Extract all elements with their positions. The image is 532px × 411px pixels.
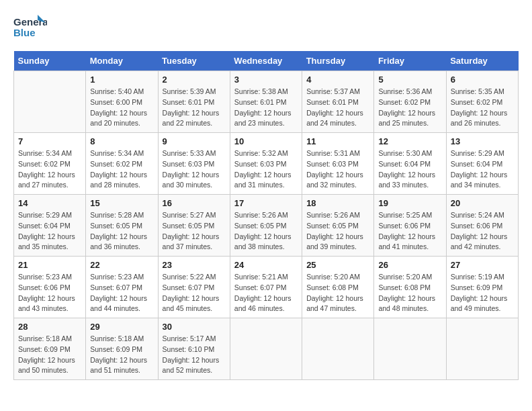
day-info: Sunrise: 5:24 AM Sunset: 6:06 PM Dayligh…: [451, 210, 514, 253]
header-thursday: Thursday: [302, 51, 374, 71]
calendar-table: SundayMondayTuesdayWednesdayThursdayFrid…: [13, 51, 519, 380]
day-info: Sunrise: 5:26 AM Sunset: 6:05 PM Dayligh…: [234, 210, 298, 253]
day-number: 21: [18, 260, 81, 270]
day-number: 20: [451, 198, 514, 208]
day-number: 19: [378, 198, 441, 208]
calendar-cell: 7Sunrise: 5:34 AM Sunset: 6:02 PM Daylig…: [14, 133, 86, 195]
day-info: Sunrise: 5:18 AM Sunset: 6:09 PM Dayligh…: [18, 334, 81, 376]
calendar-cell: 12Sunrise: 5:30 AM Sunset: 6:04 PM Dayli…: [374, 133, 446, 195]
calendar-cell: [230, 318, 302, 380]
calendar-cell: 16Sunrise: 5:27 AM Sunset: 6:05 PM Dayli…: [158, 195, 230, 257]
calendar-cell: 19Sunrise: 5:25 AM Sunset: 6:06 PM Dayli…: [374, 195, 446, 257]
svg-text:Blue: Blue: [13, 27, 36, 38]
day-info: Sunrise: 5:40 AM Sunset: 6:00 PM Dayligh…: [90, 87, 153, 129]
day-info: Sunrise: 5:38 AM Sunset: 6:01 PM Dayligh…: [234, 87, 298, 129]
day-number: 23: [163, 260, 226, 270]
day-info: Sunrise: 5:30 AM Sunset: 6:04 PM Dayligh…: [378, 148, 441, 191]
day-info: Sunrise: 5:21 AM Sunset: 6:07 PM Dayligh…: [234, 272, 298, 314]
calendar-week-1: 1Sunrise: 5:40 AM Sunset: 6:00 PM Daylig…: [14, 71, 519, 133]
calendar-cell: 10Sunrise: 5:32 AM Sunset: 6:03 PM Dayli…: [230, 133, 302, 195]
day-number: 27: [451, 260, 514, 270]
day-number: 17: [234, 198, 298, 208]
day-number: 4: [306, 75, 369, 85]
calendar-cell: 18Sunrise: 5:26 AM Sunset: 6:05 PM Dayli…: [302, 195, 374, 257]
day-info: Sunrise: 5:27 AM Sunset: 6:05 PM Dayligh…: [163, 210, 226, 253]
day-number: 5: [378, 75, 441, 85]
calendar-week-4: 21Sunrise: 5:23 AM Sunset: 6:06 PM Dayli…: [14, 257, 519, 318]
day-number: 12: [378, 136, 441, 146]
calendar-cell: 6Sunrise: 5:35 AM Sunset: 6:02 PM Daylig…: [446, 71, 518, 133]
calendar-cell: 30Sunrise: 5:17 AM Sunset: 6:10 PM Dayli…: [158, 318, 230, 380]
day-number: 25: [306, 260, 369, 270]
day-info: Sunrise: 5:34 AM Sunset: 6:02 PM Dayligh…: [18, 148, 81, 191]
day-info: Sunrise: 5:20 AM Sunset: 6:08 PM Dayligh…: [306, 272, 369, 314]
header-saturday: Saturday: [446, 51, 518, 71]
day-info: Sunrise: 5:39 AM Sunset: 6:01 PM Dayligh…: [163, 87, 226, 129]
calendar-cell: 2Sunrise: 5:39 AM Sunset: 6:01 PM Daylig…: [158, 71, 230, 133]
header: GeneralBlue: [13, 13, 519, 40]
calendar-cell: 11Sunrise: 5:31 AM Sunset: 6:03 PM Dayli…: [302, 133, 374, 195]
day-number: 24: [234, 260, 298, 270]
day-number: 1: [90, 75, 153, 85]
header-monday: Monday: [86, 51, 158, 71]
day-number: 8: [90, 136, 153, 146]
day-number: 15: [90, 198, 153, 208]
calendar-cell: [374, 318, 446, 380]
day-info: Sunrise: 5:23 AM Sunset: 6:06 PM Dayligh…: [18, 272, 81, 314]
day-info: Sunrise: 5:36 AM Sunset: 6:02 PM Dayligh…: [378, 87, 441, 129]
calendar-cell: 17Sunrise: 5:26 AM Sunset: 6:05 PM Dayli…: [230, 195, 302, 257]
calendar-cell: [302, 318, 374, 380]
day-number: 30: [163, 322, 226, 332]
calendar-cell: 22Sunrise: 5:23 AM Sunset: 6:07 PM Dayli…: [86, 257, 158, 318]
day-info: Sunrise: 5:29 AM Sunset: 6:04 PM Dayligh…: [18, 210, 81, 253]
calendar-cell: 28Sunrise: 5:18 AM Sunset: 6:09 PM Dayli…: [14, 318, 86, 380]
calendar-cell: [14, 71, 86, 133]
day-number: 2: [163, 75, 226, 85]
day-info: Sunrise: 5:37 AM Sunset: 6:01 PM Dayligh…: [306, 87, 369, 129]
calendar-cell: 23Sunrise: 5:22 AM Sunset: 6:07 PM Dayli…: [158, 257, 230, 318]
calendar-week-3: 14Sunrise: 5:29 AM Sunset: 6:04 PM Dayli…: [14, 195, 519, 257]
day-number: 22: [90, 260, 153, 270]
calendar-cell: 15Sunrise: 5:28 AM Sunset: 6:05 PM Dayli…: [86, 195, 158, 257]
day-info: Sunrise: 5:18 AM Sunset: 6:09 PM Dayligh…: [90, 334, 153, 376]
day-number: 10: [234, 136, 298, 146]
day-number: 9: [163, 136, 226, 146]
calendar-week-5: 28Sunrise: 5:18 AM Sunset: 6:09 PM Dayli…: [14, 318, 519, 380]
day-number: 28: [18, 322, 81, 332]
day-info: Sunrise: 5:23 AM Sunset: 6:07 PM Dayligh…: [90, 272, 153, 314]
day-info: Sunrise: 5:29 AM Sunset: 6:04 PM Dayligh…: [451, 148, 514, 191]
calendar-cell: 25Sunrise: 5:20 AM Sunset: 6:08 PM Dayli…: [302, 257, 374, 318]
day-info: Sunrise: 5:22 AM Sunset: 6:07 PM Dayligh…: [163, 272, 226, 314]
day-number: 3: [234, 75, 298, 85]
svg-text:General: General: [13, 16, 47, 28]
day-info: Sunrise: 5:25 AM Sunset: 6:06 PM Dayligh…: [378, 210, 441, 253]
calendar-cell: 26Sunrise: 5:20 AM Sunset: 6:08 PM Dayli…: [374, 257, 446, 318]
day-number: 16: [163, 198, 226, 208]
day-info: Sunrise: 5:28 AM Sunset: 6:05 PM Dayligh…: [90, 210, 153, 253]
calendar-cell: 8Sunrise: 5:34 AM Sunset: 6:02 PM Daylig…: [86, 133, 158, 195]
logo-svg: GeneralBlue: [13, 13, 47, 40]
header-wednesday: Wednesday: [230, 51, 302, 71]
calendar-week-2: 7Sunrise: 5:34 AM Sunset: 6:02 PM Daylig…: [14, 133, 519, 195]
day-info: Sunrise: 5:35 AM Sunset: 6:02 PM Dayligh…: [451, 87, 514, 129]
day-info: Sunrise: 5:20 AM Sunset: 6:08 PM Dayligh…: [378, 272, 441, 314]
day-number: 29: [90, 322, 153, 332]
calendar-cell: 3Sunrise: 5:38 AM Sunset: 6:01 PM Daylig…: [230, 71, 302, 133]
calendar-cell: 14Sunrise: 5:29 AM Sunset: 6:04 PM Dayli…: [14, 195, 86, 257]
day-info: Sunrise: 5:17 AM Sunset: 6:10 PM Dayligh…: [163, 334, 226, 376]
day-info: Sunrise: 5:33 AM Sunset: 6:03 PM Dayligh…: [163, 148, 226, 191]
calendar-cell: 1Sunrise: 5:40 AM Sunset: 6:00 PM Daylig…: [86, 71, 158, 133]
day-number: 6: [451, 75, 514, 85]
header-friday: Friday: [374, 51, 446, 71]
day-number: 7: [18, 136, 81, 146]
day-number: 14: [18, 198, 81, 208]
day-info: Sunrise: 5:31 AM Sunset: 6:03 PM Dayligh…: [306, 148, 369, 191]
calendar-header-row: SundayMondayTuesdayWednesdayThursdayFrid…: [14, 51, 519, 71]
calendar-cell: 9Sunrise: 5:33 AM Sunset: 6:03 PM Daylig…: [158, 133, 230, 195]
day-info: Sunrise: 5:34 AM Sunset: 6:02 PM Dayligh…: [90, 148, 153, 191]
calendar-cell: 5Sunrise: 5:36 AM Sunset: 6:02 PM Daylig…: [374, 71, 446, 133]
day-number: 26: [378, 260, 441, 270]
calendar-cell: 27Sunrise: 5:19 AM Sunset: 6:09 PM Dayli…: [446, 257, 518, 318]
logo: GeneralBlue: [13, 13, 47, 40]
day-info: Sunrise: 5:32 AM Sunset: 6:03 PM Dayligh…: [234, 148, 298, 191]
